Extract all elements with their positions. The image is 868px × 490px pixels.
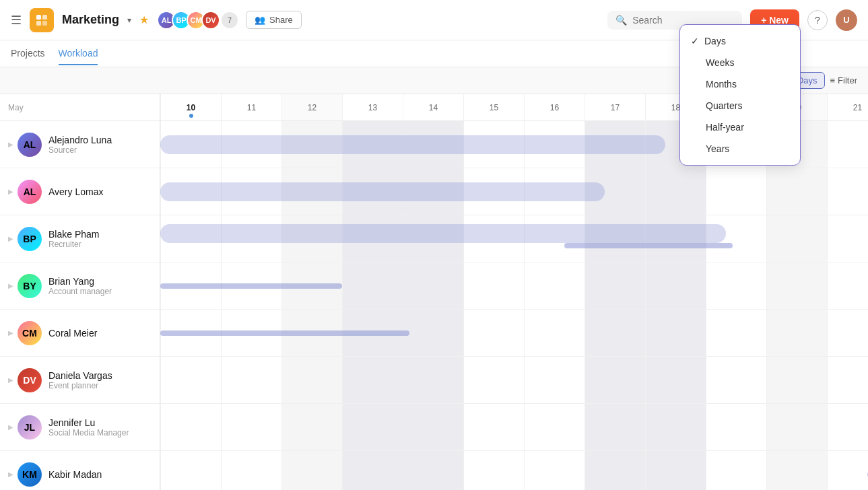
date-cell-21: 21 [827,94,868,120]
avatar-jennifer: JL [18,415,42,440]
person-row-jennifer[interactable]: ▶ JL Jennifer Lu Social Media Manager [0,404,160,451]
expand-icon: ▶ [8,376,13,384]
person-info-alejandro: Alejandro Luna Sourcer [48,135,112,155]
timeline-row-coral [160,310,868,357]
person-row-avery[interactable]: ▶ AL Avery Lomax [0,168,160,215]
timeline-row-kabir [160,451,868,490]
expand-icon: ▶ [8,282,13,289]
member-count[interactable]: 7 [222,12,238,28]
person-info-coral: Coral Meier [48,328,97,339]
zoom-option-years[interactable]: Years [680,138,800,160]
person-row-blake[interactable]: ▶ BP Blake Pham Recruiter [0,215,160,262]
person-info-kabir: Kabir Madan [48,469,102,480]
zoom-option-half-year[interactable]: Half-year [680,116,800,138]
workload-bar-alejandro [160,135,665,154]
workload-bar-brian [160,283,342,289]
svg-rect-0 [36,15,41,20]
person-info-daniela: Daniela Vargas Event planner [48,370,112,390]
star-icon[interactable]: ★ [139,13,149,26]
zoom-option-weeks[interactable]: Weeks [680,52,800,73]
workload-bar-blake-tall [160,224,726,243]
zoom-option-days[interactable]: ✓ Days [680,30,800,52]
expand-icon: ▶ [8,188,13,195]
person-row-brian[interactable]: ▶ BY Brian Yang Account manager [0,262,160,310]
people-panel: May ▶ AL Alejandro Luna Sourcer ▶ AL Ave… [0,94,160,490]
user-avatar[interactable]: U [836,9,857,31]
avatar-alejandro: AL [18,133,42,157]
person-row-kabir[interactable]: ▶ KM Kabir Madan [0,451,160,490]
date-cell-14: 14 [403,94,463,120]
avatar-kabir: KM [18,462,42,487]
date-cell-12: 12 [281,94,342,120]
person-info-jennifer: Jennifer Lu Social Media Manager [48,417,129,438]
date-cell-15: 15 [463,94,524,120]
svg-rect-1 [42,15,47,20]
tc-a-21 [827,121,868,168]
app-logo [30,8,54,32]
avatar-blake: BP [18,227,42,251]
avatar-brian: BY [18,274,42,298]
search-icon: 🔍 [615,15,627,26]
help-button[interactable]: ? [807,10,828,30]
expand-icon: ▶ [8,423,13,431]
person-info-avery: Avery Lomax [48,186,103,197]
svg-rect-3 [42,21,47,26]
timeline-row-brian [160,262,868,310]
timeline-body [160,121,868,490]
tab-projects[interactable]: Projects [11,42,45,65]
person-info-blake: Blake Pham Recruiter [48,229,99,249]
person-row-alejandro[interactable]: ▶ AL Alejandro Luna Sourcer [0,121,160,168]
share-button[interactable]: 👥 Share [246,11,302,29]
date-cell-10: 10 [160,94,221,120]
filter-button[interactable]: ≡ Filter [830,75,857,85]
date-cell-13: 13 [342,94,403,120]
date-cell-16: 16 [524,94,585,120]
expand-icon: ▶ [8,235,13,242]
share-icon: 👥 [255,15,265,25]
timeline-row-jennifer [160,404,868,451]
workload-bar-avery [160,182,605,201]
avatar-daniela: DV [18,368,42,392]
member-avatars[interactable]: AL BP CM DV 7 [157,11,238,30]
zoom-option-quarters[interactable]: Quarters [680,95,800,116]
checkmark-icon: ✓ [691,36,699,46]
timeline-row-blake [160,215,868,262]
expand-icon: ▶ [8,329,13,337]
timeline-row-avery [160,168,868,215]
chevron-down-icon[interactable]: ▾ [127,15,131,25]
timeline-row-daniela [160,357,868,404]
avatar-coral: CM [18,321,42,345]
date-cell-11: 11 [221,94,281,120]
date-cell-17: 17 [585,94,645,120]
expand-icon: ▶ [8,141,13,148]
menu-icon[interactable]: ☰ [11,13,22,28]
today-dot [189,114,193,118]
expand-icon: ▶ [8,470,13,478]
filter-icon: ≡ [830,75,836,85]
month-label: May [8,103,24,112]
tab-workload[interactable]: Workload [59,42,98,65]
svg-rect-2 [36,21,41,26]
workload-bar-blake-thin [564,243,733,248]
person-info-brian: Brian Yang Account manager [48,276,112,296]
person-row-daniela[interactable]: ▶ DV Daniela Vargas Event planner [0,357,160,404]
zoom-option-months[interactable]: Months [680,73,800,95]
zoom-dropdown: ✓ Days Weeks Months Quarters Half-year Y… [679,24,801,166]
project-title: Marketing [62,13,119,27]
person-row-coral[interactable]: ▶ CM Coral Meier [0,310,160,357]
workload-bar-coral [160,330,409,336]
avatar-avery: AL [18,180,42,204]
